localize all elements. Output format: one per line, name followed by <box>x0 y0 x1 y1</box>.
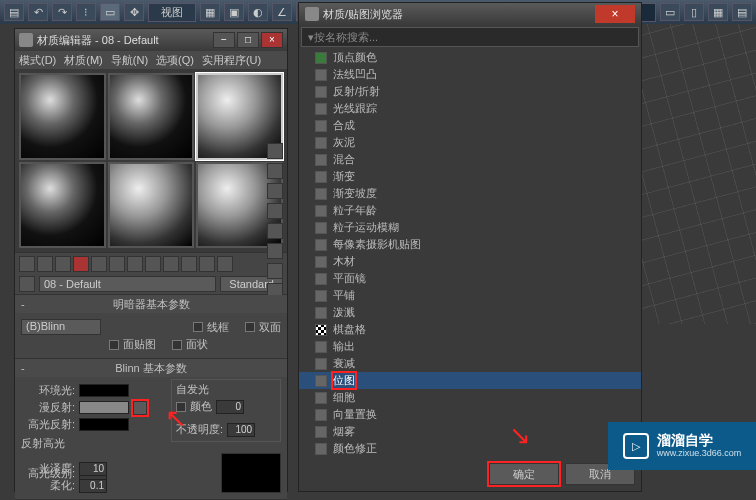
close-button[interactable]: × <box>261 32 283 48</box>
angle-snap-icon[interactable]: ∠ <box>272 3 292 21</box>
faceted-checkbox[interactable] <box>172 340 182 350</box>
diffuse-swatch[interactable] <box>79 401 129 414</box>
browser-item[interactable]: 粒子运动模糊 <box>299 219 641 236</box>
browser-item[interactable]: 平铺 <box>299 287 641 304</box>
soften-spinner[interactable]: 0.1 <box>79 479 107 493</box>
browser-item[interactable]: 细胞 <box>299 389 641 406</box>
schematic-icon[interactable]: ▤ <box>732 3 752 21</box>
link-icon[interactable]: ⁝ <box>76 3 96 21</box>
browser-search-input[interactable]: ▾ 按名称搜索... <box>301 27 639 47</box>
sample-slot[interactable] <box>19 162 106 249</box>
menu-options[interactable]: 选项(Q) <box>156 53 194 68</box>
select-icon[interactable]: ▭ <box>100 3 120 21</box>
tool-open-icon[interactable]: ▤ <box>4 3 24 21</box>
browser-item[interactable]: 烟雾 <box>299 423 641 440</box>
toggle-icon[interactable]: ▦ <box>200 3 220 21</box>
specular-swatch[interactable] <box>79 418 129 431</box>
browser-item[interactable]: 渐变 <box>299 168 641 185</box>
go-forward-icon[interactable] <box>217 256 233 272</box>
sample-type-icon[interactable] <box>267 143 283 159</box>
background-icon[interactable] <box>267 183 283 199</box>
wireframe-checkbox[interactable] <box>193 322 203 332</box>
move-icon[interactable]: ✥ <box>124 3 144 21</box>
browser-item[interactable]: 木材 <box>299 253 641 270</box>
reset-icon[interactable] <box>73 256 89 272</box>
self-illum-color-label: 颜色 <box>190 399 212 414</box>
diffuse-label: 漫反射: <box>21 400 75 415</box>
browser-item[interactable]: 输出 <box>299 338 641 355</box>
browser-item[interactable]: 每像素摄影机贴图 <box>299 236 641 253</box>
align-icon[interactable]: ▯ <box>684 3 704 21</box>
make-unique-icon[interactable] <box>109 256 125 272</box>
material-name-input[interactable]: 08 - Default <box>39 276 216 292</box>
scale-icon[interactable]: ▣ <box>224 3 244 21</box>
shader-combo[interactable]: (B)Blinn <box>21 319 101 335</box>
diffuse-map-button[interactable] <box>133 401 147 415</box>
browser-item[interactable]: 泼溅 <box>299 304 641 321</box>
opacity-spinner[interactable]: 100 <box>227 423 255 437</box>
browser-item[interactable]: 衰减 <box>299 355 641 372</box>
undo-icon[interactable]: ↶ <box>28 3 48 21</box>
browser-item[interactable]: 灰泥 <box>299 134 641 151</box>
sample-slot[interactable] <box>108 73 195 160</box>
maximize-button[interactable]: □ <box>237 32 259 48</box>
go-parent-icon[interactable] <box>199 256 215 272</box>
rotate-icon[interactable]: ◐ <box>248 3 268 21</box>
layer-icon[interactable]: ▦ <box>708 3 728 21</box>
browser-item[interactable]: 顶点颜色 <box>299 49 641 66</box>
browser-item[interactable]: 棋盘格 <box>299 321 641 338</box>
map-type-icon <box>315 52 327 64</box>
facemap-checkbox[interactable] <box>109 340 119 350</box>
uv-tile-icon[interactable] <box>267 203 283 219</box>
browser-close-button[interactable]: × <box>595 5 635 23</box>
get-material-icon[interactable] <box>19 256 35 272</box>
put-to-lib-icon[interactable] <box>127 256 143 272</box>
mirror-icon[interactable]: ▭ <box>660 3 680 21</box>
view-dropdown[interactable]: 视图 <box>148 3 196 22</box>
pick-icon[interactable] <box>19 276 35 292</box>
self-illum-spinner[interactable]: 0 <box>216 400 244 414</box>
browser-list[interactable]: 顶点颜色法线凹凸反射/折射光线跟踪合成灰泥混合渐变渐变坡度粒子年龄粒子运动模糊每… <box>299 49 641 457</box>
browser-item[interactable]: 光线跟踪 <box>299 100 641 117</box>
backlight-icon[interactable] <box>267 163 283 179</box>
copy-icon[interactable] <box>91 256 107 272</box>
browser-item[interactable]: 渐变坡度 <box>299 185 641 202</box>
material-editor-titlebar[interactable]: 材质编辑器 - 08 - Default − □ × <box>15 29 287 51</box>
preview-icon[interactable] <box>267 243 283 259</box>
minimize-button[interactable]: − <box>213 32 235 48</box>
rollout-header[interactable]: - 明暗器基本参数 <box>15 295 287 313</box>
sample-slot[interactable] <box>108 162 195 249</box>
video-check-icon[interactable] <box>267 223 283 239</box>
self-illum-color-checkbox[interactable] <box>176 402 186 412</box>
rollout-title: Blinn 基本参数 <box>115 361 187 376</box>
assign-icon[interactable] <box>55 256 71 272</box>
browser-item[interactable]: 混合 <box>299 151 641 168</box>
show-in-vp-icon[interactable] <box>163 256 179 272</box>
menu-mode[interactable]: 模式(D) <box>19 53 56 68</box>
browser-item[interactable]: 粒子年龄 <box>299 202 641 219</box>
browser-item[interactable]: 平面镜 <box>299 270 641 287</box>
sample-slot[interactable] <box>19 73 106 160</box>
redo-icon[interactable]: ↷ <box>52 3 72 21</box>
menu-navigation[interactable]: 导航(N) <box>111 53 148 68</box>
browser-item[interactable]: 位图 <box>299 372 641 389</box>
browser-item[interactable]: 向量置换 <box>299 406 641 423</box>
browser-item[interactable]: 合成 <box>299 117 641 134</box>
mat-id-icon[interactable] <box>145 256 161 272</box>
browser-item[interactable]: 反射/折射 <box>299 83 641 100</box>
rollout-header[interactable]: - Blinn 基本参数 <box>15 359 287 377</box>
browser-titlebar[interactable]: 材质/贴图浏览器 × <box>299 3 641 25</box>
browser-item[interactable]: 颜色修正 <box>299 440 641 457</box>
glossiness-spinner[interactable]: 10 <box>79 462 107 476</box>
menu-material[interactable]: 材质(M) <box>64 53 103 68</box>
ambient-swatch[interactable] <box>79 384 129 397</box>
menu-utilities[interactable]: 实用程序(U) <box>202 53 261 68</box>
ok-button[interactable]: 确定 <box>489 463 559 485</box>
options-icon[interactable] <box>267 263 283 279</box>
map-type-icon <box>315 239 327 251</box>
twosided-checkbox[interactable] <box>245 322 255 332</box>
play-icon: ▷ <box>623 433 649 459</box>
browser-item[interactable]: 法线凹凸 <box>299 66 641 83</box>
put-to-scene-icon[interactable] <box>37 256 53 272</box>
show-end-icon[interactable] <box>181 256 197 272</box>
